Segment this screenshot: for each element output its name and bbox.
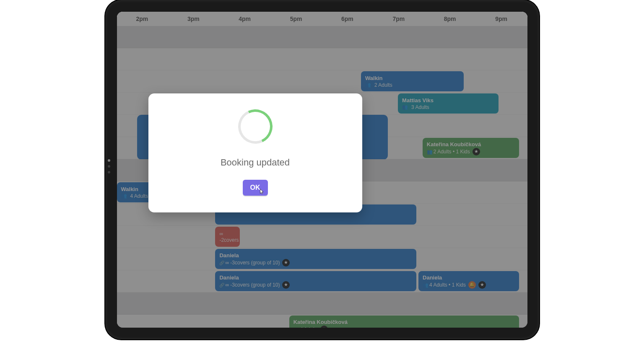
ok-button-label: OK [250,184,260,191]
app-screen: 2pm 3pm 4pm 5pm 6pm 7pm 8pm 9pm Walkin 2… [117,12,527,328]
tablet-side-buttons [108,159,110,173]
modal-message: Booking updated [221,157,290,168]
spinner-icon [233,104,277,148]
tablet-frame: 2pm 3pm 4pm 5pm 6pm 7pm 8pm 9pm Walkin 2… [105,0,539,339]
ok-button[interactable]: OK [243,180,268,196]
booking-updated-modal: Booking updated OK [148,93,362,212]
